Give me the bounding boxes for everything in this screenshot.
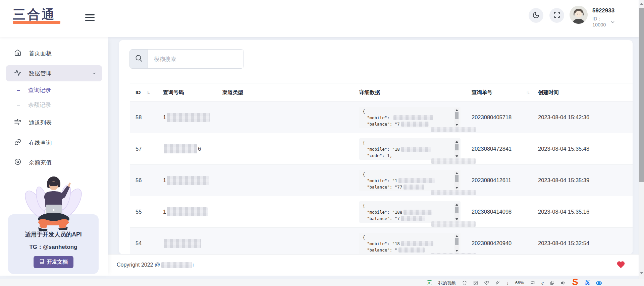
speaker-icon[interactable] [561,280,566,285]
column-header-order[interactable]: 查询单号 ↑↓ [472,89,538,96]
copyright-link[interactable]: i [193,263,194,268]
scroll-down-arrow[interactable] [455,250,458,252]
link-icon [14,138,21,147]
table-row: 58 1 { "mobile": "balance": "7 [130,102,633,133]
scrollbar-thumb[interactable] [639,8,644,182]
json-detail-box[interactable]: { "mobile": "18 "code": 1, [359,138,461,160]
sort-icon-order[interactable]: ↑↓ [526,90,529,95]
sidebar-item-label: 在线查询 [29,139,52,147]
sidebar-item-channel-list[interactable]: 通道列表 [0,115,108,130]
home-icon [14,49,21,58]
scroll-up-arrow[interactable] [455,204,458,206]
json-detail-box[interactable]: { "mobile": "1 "balance": "77 [359,170,461,191]
sidebar-toggle-button[interactable] [85,14,95,22]
redacted-json-value [398,178,435,183]
cell-query-number: 1 [163,176,222,185]
scroll-up-arrow[interactable] [455,235,458,237]
user-avatar[interactable] [570,6,588,24]
zoom-level[interactable]: 66% [515,280,524,285]
json-detail-box[interactable]: { "mobile": "balance": "7 [359,107,461,128]
cell-created-time: 2023-08-04 15:35:48 [538,146,633,152]
scroll-down-arrow[interactable] [455,124,458,126]
dash-icon: – [17,101,21,109]
cell-query-number: 1 [163,113,222,122]
sidebar-item-home[interactable]: 首页面板 [0,46,108,61]
scroll-down-arrow[interactable] [455,187,458,189]
sidebar-item-label: 首页面板 [29,50,52,57]
gamepad-icon[interactable] [596,281,602,285]
column-header-number: 查询号码 [163,89,222,96]
browser-taskbar: ▶ 我的视频 ↓ 66% e [0,279,644,286]
video-play-icon[interactable]: ▶ [427,280,432,285]
ime-language-icon[interactable]: 英 [585,280,590,286]
dark-mode-toggle[interactable] [529,8,543,23]
rocket-icon[interactable] [495,281,500,285]
table-body: 58 1 { "mobile": "balance": "7 [130,102,633,254]
json-detail-box[interactable]: { "mobile": "18 "balance": " [359,233,461,254]
json-box-scrollbar[interactable] [454,109,459,127]
my-videos-label[interactable]: 我的视频 [438,280,456,286]
shield-icon[interactable] [462,281,467,285]
search-input[interactable] [148,50,244,68]
redacted-json-value [393,115,433,120]
sidebar-item-recharge[interactable]: 余额充值 [0,155,108,170]
fullscreen-button[interactable] [549,8,564,23]
cell-query-number: 1 [163,207,222,216]
heart-icon[interactable] [616,261,625,270]
scrollbar-thumb[interactable] [455,112,459,119]
scroll-down-arrow[interactable] [455,218,458,220]
cell-detail-data: { "mobile": "1 "balance": "77 [359,170,472,191]
redacted-json-value [404,210,432,215]
scrollbar-thumb[interactable] [455,238,459,245]
sidebar-item-label: 余额记录 [28,101,51,109]
sidebar-item-query-records[interactable]: – 查询记录 [0,83,108,97]
copyright: Copyright 2022 @ i [117,262,194,268]
cell-id: 56 [130,177,163,184]
flag-icon[interactable] [530,281,535,285]
json-box-scrollbar[interactable] [454,234,459,253]
scroll-up-arrow[interactable] [455,141,458,143]
health-heart-icon[interactable] [484,281,489,285]
column-header-id[interactable]: ID ↑↓ [130,89,163,95]
page-scrollbar[interactable] [639,0,644,279]
scroll-up-arrow[interactable] [455,109,458,111]
sogou-browser-icon[interactable]: S [572,279,578,285]
screenshot-icon[interactable] [473,281,478,285]
cell-id: 54 [130,240,163,246]
scroll-down-arrow[interactable] [640,272,643,274]
book-icon [39,259,44,265]
sidebar-item-label: 数据管理 [29,70,52,77]
cell-created-time: 2023-08-04 15:32:54 [538,240,633,246]
cell-id: 58 [130,114,163,121]
column-header-channel: 渠道类型 [222,89,359,96]
scroll-up-arrow[interactable] [455,172,458,174]
json-box-scrollbar[interactable] [454,140,459,158]
user-menu[interactable]: 5922933 ID：10000 [592,7,614,27]
sidebar-item-online-query[interactable]: 在线查询 [0,135,108,150]
scrollbar-thumb[interactable] [455,207,459,213]
sidebar-item-data-management[interactable]: 数据管理 [6,65,102,81]
scroll-up-arrow[interactable] [640,3,643,5]
table-header-row: ID ↑↓ 查询号码 渠道类型 详细数据 查询单号 ↑↓ 创建时间 [130,83,633,102]
scrollbar-thumb[interactable] [455,175,459,182]
records-table: ID ↑↓ 查询号码 渠道类型 详细数据 查询单号 ↑↓ 创建时间 [130,83,633,254]
app-logo[interactable]: 三合通 [13,7,60,24]
dev-docs-button[interactable]: 开发文档 [34,256,73,268]
table-row: 54 { "mobile": "18 "balance": " [130,228,633,254]
sidebar-item-balance-records[interactable]: – 余额记录 [0,97,108,112]
json-detail-box[interactable]: { "mobile": "188 "balance": "7 [359,201,461,223]
sort-icon-id[interactable]: ↑↓ [146,90,150,95]
column-header-created: 创建时间 [538,89,633,96]
scrollbar-thumb[interactable] [455,144,459,150]
activity-icon [14,69,21,78]
cell-order-number: 2023080420940 [472,240,538,246]
restore-window-icon[interactable] [550,281,554,285]
ie-compat-icon[interactable]: e [541,280,544,286]
json-box-scrollbar[interactable] [454,203,459,221]
json-box-scrollbar[interactable] [454,171,459,190]
download-arrow-icon[interactable]: ↓ [506,280,509,286]
cell-query-number: 6 [163,144,222,153]
scroll-down-arrow[interactable] [455,155,458,157]
table-row: 56 1 { "mobile": "1 "balance": "77 [130,165,633,196]
redacted-number [164,239,201,248]
